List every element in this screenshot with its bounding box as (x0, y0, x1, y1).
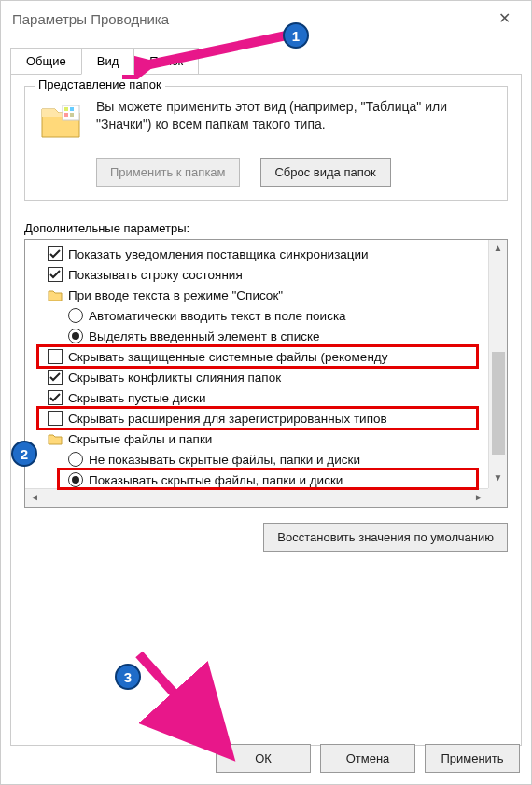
tree-item-hide-merge[interactable]: Скрывать конфликты слияния папок (29, 367, 484, 387)
tab-view[interactable]: Вид (81, 48, 135, 75)
folder-small-icon (48, 287, 63, 302)
tree-item-label: Показывать строку состояния (68, 268, 243, 282)
svg-rect-1 (64, 107, 68, 111)
tabs: Общие Вид Поиск (1, 36, 531, 75)
vertical-scrollbar[interactable]: ▲ ▼ (488, 240, 507, 488)
apply-button[interactable]: Применить (425, 744, 520, 773)
cancel-button[interactable]: Отмена (320, 744, 415, 773)
tree-item-hidden-yes[interactable]: Показывать скрытые файлы, папки и диски (29, 470, 484, 488)
svg-rect-3 (64, 113, 68, 117)
tree-item-label: Не показывать скрытые файлы, папки и дис… (89, 453, 360, 467)
tree-heading-list-typing: При вводе текста в режиме "Список" (29, 285, 484, 305)
checkbox-icon (48, 267, 63, 282)
radio-icon (68, 452, 83, 467)
tab-general[interactable]: Общие (10, 48, 82, 75)
scroll-right-icon[interactable]: ► (469, 489, 488, 508)
folder-views-group: Представление папок Вы можете применить … (24, 86, 508, 201)
svg-rect-4 (70, 113, 74, 117)
tree-heading-hidden: Скрытые файлы и папки (29, 428, 484, 449)
scroll-thumb[interactable] (492, 352, 505, 455)
advanced-settings-label: Дополнительные параметры: (24, 221, 508, 235)
checkbox-icon (48, 246, 63, 261)
scroll-corner (488, 488, 507, 507)
tree-item-hide-empty[interactable]: Скрывать пустые диски (29, 387, 484, 408)
folder-icon (38, 98, 83, 143)
ok-button[interactable]: ОК (216, 744, 311, 773)
tree-item-hide-ext[interactable]: Скрывать расширения для зарегистрированн… (29, 408, 484, 428)
folder-options-window: Параметры Проводника ✕ Общие Вид Поиск П… (0, 0, 532, 785)
tree-item-label: При вводе текста в режиме "Список" (68, 288, 283, 302)
radio-icon (68, 308, 83, 323)
tree-item-label: Выделять введенный элемент в списке (89, 329, 320, 343)
folder-views-text: Вы можете применить этот вид (например, … (96, 98, 494, 133)
tree-item-label: Скрытые файлы и папки (68, 432, 212, 446)
svg-rect-2 (70, 107, 74, 111)
tree-item-label: Скрывать пустые диски (68, 391, 206, 405)
tree-item-label: Показывать скрытые файлы, папки и диски (89, 473, 343, 487)
close-button[interactable]: ✕ (484, 6, 524, 32)
tree-item-typing-search[interactable]: Автоматически вводить текст в поле поиск… (29, 305, 484, 326)
checkbox-icon (48, 370, 63, 385)
checkbox-icon (48, 411, 63, 426)
tree-item-label: Скрывать конфликты слияния папок (68, 371, 281, 385)
horizontal-scrollbar[interactable]: ◄ ► (25, 488, 488, 507)
checkbox-icon (48, 390, 63, 405)
folder-small-icon (48, 431, 63, 446)
restore-defaults-button[interactable]: Восстановить значения по умолчанию (263, 523, 508, 552)
checkbox-icon (48, 349, 63, 364)
reset-folders-button[interactable]: Сброс вида папок (260, 158, 391, 187)
radio-icon (68, 472, 83, 487)
scroll-up-icon[interactable]: ▲ (489, 240, 507, 259)
tree-item-status-bar[interactable]: Показывать строку состояния (29, 264, 484, 285)
folder-views-legend: Представление папок (35, 77, 165, 91)
tree-item-label: Скрывать защищенные системные файлы (рек… (68, 350, 387, 364)
tree-item-sync-notif[interactable]: Показать уведомления поставщика синхрони… (29, 244, 484, 264)
tab-search[interactable]: Поиск (133, 48, 199, 75)
tree-item-hidden-no[interactable]: Не показывать скрытые файлы, папки и дис… (29, 449, 484, 470)
dialog-buttons: ОК Отмена Применить (216, 744, 520, 773)
tree-item-label: Скрывать расширения для зарегистрированн… (68, 412, 387, 426)
tab-panel-view: Представление папок Вы можете применить … (10, 74, 522, 746)
window-title: Параметры Проводника (8, 11, 484, 27)
advanced-settings-tree[interactable]: Показать уведомления поставщика синхрони… (24, 239, 508, 508)
scroll-down-icon[interactable]: ▼ (489, 470, 507, 488)
apply-to-folders-button[interactable]: Применить к папкам (96, 158, 240, 187)
tree-item-label: Автоматически вводить текст в поле поиск… (89, 309, 346, 323)
radio-icon (68, 329, 83, 343)
scroll-left-icon[interactable]: ◄ (25, 489, 44, 508)
tree-item-hide-protected[interactable]: Скрывать защищенные системные файлы (рек… (29, 346, 484, 367)
titlebar: Параметры Проводника ✕ (1, 1, 531, 36)
tree-item-label: Показать уведомления поставщика синхрони… (68, 247, 369, 261)
tree-item-typing-select[interactable]: Выделять введенный элемент в списке (29, 326, 484, 346)
